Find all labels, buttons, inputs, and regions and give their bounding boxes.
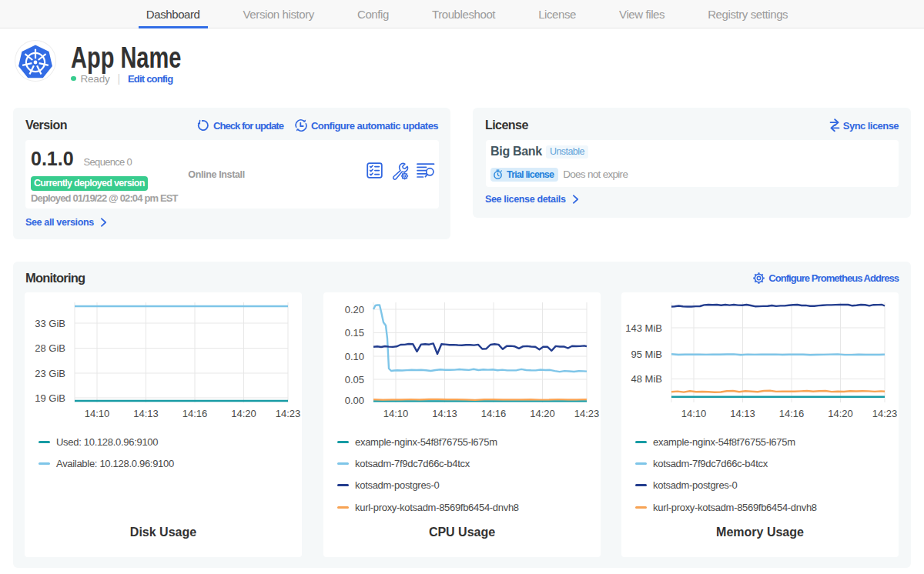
svg-text:14:20: 14:20 — [530, 408, 555, 419]
svg-text:14:20: 14:20 — [231, 408, 256, 419]
svg-text:14:16: 14:16 — [779, 408, 805, 419]
svg-text:14:10: 14:10 — [383, 408, 409, 419]
svg-text:0.00: 0.00 — [345, 395, 364, 406]
svg-text:0.20: 0.20 — [345, 304, 364, 315]
svg-text:14:13: 14:13 — [730, 408, 755, 419]
svg-text:14:23: 14:23 — [276, 408, 301, 419]
svg-text:28 GiB: 28 GiB — [35, 342, 65, 354]
svg-text:14:23: 14:23 — [872, 408, 898, 419]
svg-text:0.10: 0.10 — [345, 351, 364, 362]
svg-text:48 MiB: 48 MiB — [631, 373, 662, 385]
svg-text:143 MiB: 143 MiB — [625, 322, 662, 334]
svg-text:0.15: 0.15 — [345, 327, 364, 339]
svg-text:14:16: 14:16 — [481, 408, 507, 419]
svg-text:14:23: 14:23 — [574, 408, 600, 419]
svg-text:14:20: 14:20 — [828, 408, 853, 419]
svg-text:14:10: 14:10 — [85, 408, 110, 419]
svg-text:0.05: 0.05 — [345, 374, 364, 385]
svg-text:14:13: 14:13 — [133, 408, 159, 419]
svg-text:14:16: 14:16 — [182, 408, 208, 419]
svg-text:19 GiB: 19 GiB — [35, 392, 65, 404]
svg-text:14:13: 14:13 — [432, 408, 457, 419]
svg-text:14:10: 14:10 — [681, 408, 707, 419]
svg-text:33 GiB: 33 GiB — [35, 318, 65, 329]
svg-text:95 MiB: 95 MiB — [631, 349, 662, 360]
svg-text:23 GiB: 23 GiB — [35, 368, 65, 379]
